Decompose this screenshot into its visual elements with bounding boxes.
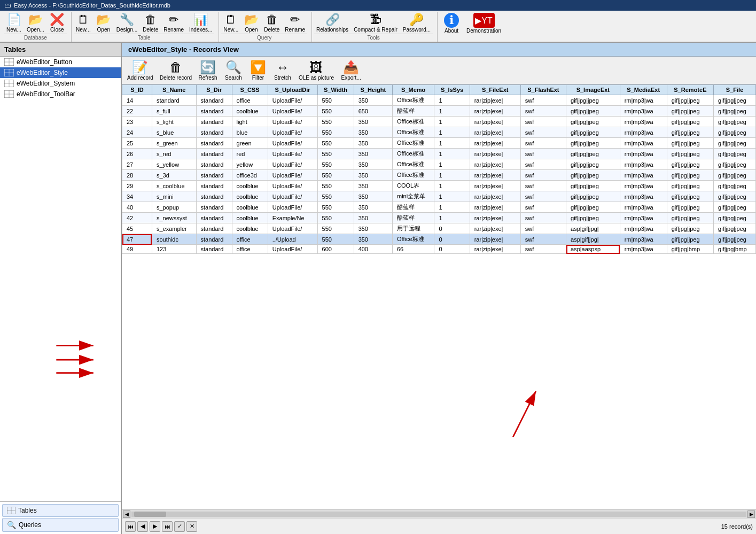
btn-qry-new[interactable]: 🗒 New... xyxy=(221,12,240,34)
cell-s_mediaext[interactable]: rm|mp3|wa xyxy=(620,127,667,138)
cell-s_flashext[interactable]: swf xyxy=(520,191,566,202)
cell-s_width[interactable]: 550 xyxy=(317,202,354,213)
cell-s_name[interactable]: s_mini xyxy=(152,191,196,202)
cell-s_name[interactable]: s_popup xyxy=(152,202,196,213)
cell-s_css[interactable]: red xyxy=(232,149,268,159)
cell-s_flashext[interactable]: swf xyxy=(520,138,566,149)
cell-s_width[interactable]: 550 xyxy=(317,223,354,234)
cell-s-file[interactable]: gif|jpg|jpeg xyxy=(714,181,756,191)
cell-s_memo[interactable]: 用于远程 xyxy=(392,223,434,234)
cell-s_height[interactable]: 400 xyxy=(354,245,392,254)
cell-s_name[interactable]: s_light xyxy=(152,117,196,127)
cell-s-file[interactable]: gif|jpg|jpeg xyxy=(714,223,756,234)
cell-s_issys[interactable]: 1 xyxy=(434,191,470,202)
sidebar-item-ewebeditor-style[interactable]: eWebEditor_Style xyxy=(0,67,121,78)
cell-s_issys[interactable]: 1 xyxy=(434,106,470,117)
cell-s_name[interactable]: standard xyxy=(152,95,196,106)
cell-s_flashext[interactable]: swf xyxy=(520,127,566,138)
cell-s_remotee[interactable]: gif|jpg|jpeg xyxy=(667,117,713,127)
cell-s_uploaddir[interactable]: UploadFile/ xyxy=(268,159,317,170)
cell-s_imageext[interactable]: gif|jpg|jpeg xyxy=(566,191,620,202)
cell-s_name[interactable]: 123 xyxy=(152,245,196,254)
cell-s_memo[interactable]: Office标准 xyxy=(392,127,434,138)
cell-s_flashext[interactable]: swf xyxy=(520,181,566,191)
cell-s_flashext[interactable]: swf xyxy=(520,159,566,170)
table-row[interactable]: 34s_ministandardcoolblueUploadFile/55035… xyxy=(122,191,756,202)
cell-s-file[interactable]: gif|jpg|bmp xyxy=(714,245,756,254)
cell-s_css[interactable]: light xyxy=(232,117,268,127)
cell-s_uploaddir[interactable]: UploadFile/ xyxy=(268,149,317,159)
btn-db-close[interactable]: ❌ Close xyxy=(48,12,67,34)
cell-s_width[interactable]: 550 xyxy=(317,149,354,159)
cell-s_dir[interactable]: standard xyxy=(196,117,232,127)
cell-s_name[interactable]: southidc xyxy=(152,234,196,245)
cell-s_dir[interactable]: standard xyxy=(196,245,232,254)
cell-s-file[interactable]: gif|jpg|jpeg xyxy=(714,170,756,181)
btn-refresh[interactable]: 🔄 Refresh xyxy=(196,59,220,82)
cell-s_mediaext[interactable]: rm|mp3|wa xyxy=(620,234,667,245)
cell-s-file[interactable]: gif|jpg|jpeg xyxy=(714,191,756,202)
cell-s_issys[interactable]: 1 xyxy=(434,170,470,181)
cell-s_imageext[interactable]: gif|jpg|jpeg xyxy=(566,181,620,191)
cell-s_mediaext[interactable]: rm|mp3|wa xyxy=(620,223,667,234)
sidebar-item-ewebeditor-toolbar[interactable]: eWebEditor_ToolBar xyxy=(0,89,121,99)
cell-s_imageext[interactable]: gif|jpg|jpeg xyxy=(566,95,620,106)
btn-qry-rename[interactable]: ✏ Rename xyxy=(283,12,307,34)
cell-s_flashext[interactable]: swf xyxy=(520,245,566,254)
cell-s_fileext[interactable]: rar|zip|exe| xyxy=(470,213,520,223)
cell-s_uploaddir[interactable]: UploadFile/ xyxy=(268,106,317,117)
cell-s_css[interactable]: coolblue xyxy=(232,191,268,202)
cell-s_fileext[interactable]: rar|zip|exe| xyxy=(470,202,520,213)
cell-s_id[interactable]: 29 xyxy=(122,181,152,191)
cell-s_imageext[interactable]: gif|jpg|jpeg xyxy=(566,170,620,181)
sidebar-item-ewebeditor-button[interactable]: eWebEditor_Button xyxy=(0,57,121,67)
cell-s_dir[interactable]: standard xyxy=(196,159,232,170)
cell-s_id[interactable]: 34 xyxy=(122,191,152,202)
cell-s_name[interactable]: s_yellow xyxy=(152,159,196,170)
btn-about[interactable]: ℹ About xyxy=(440,12,463,35)
cell-s_fileext[interactable]: rar|zip|exe| xyxy=(470,234,520,245)
cell-s_uploaddir[interactable]: UploadFile/ xyxy=(268,117,317,127)
cell-s_width[interactable]: 550 xyxy=(317,138,354,149)
cell-s_uploaddir[interactable]: UploadFile/ xyxy=(268,245,317,254)
cell-s_id[interactable]: 40 xyxy=(122,202,152,213)
cell-s_imageext[interactable]: asp|gif|jpg| xyxy=(566,234,620,245)
cell-s_memo[interactable]: 66 xyxy=(392,245,434,254)
cell-s_dir[interactable]: standard xyxy=(196,191,232,202)
cell-s_dir[interactable]: standard xyxy=(196,138,232,149)
cell-s_css[interactable]: coolblue xyxy=(232,202,268,213)
cell-s_height[interactable]: 350 xyxy=(354,223,392,234)
table-row[interactable]: 29s_coolbluestandardcoolblueUploadFile/5… xyxy=(122,181,756,191)
cell-s_dir[interactable]: standard xyxy=(196,149,232,159)
cell-s_uploaddir[interactable]: UploadFile/ xyxy=(268,170,317,181)
cell-s_width[interactable]: 550 xyxy=(317,95,354,106)
cell-s_uploaddir[interactable]: UploadFile/ xyxy=(268,223,317,234)
cell-s_uploaddir[interactable]: UploadFile/ xyxy=(268,202,317,213)
cell-s_width[interactable]: 550 xyxy=(317,191,354,202)
cell-s_imageext[interactable]: gif|jpg|jpeg xyxy=(566,149,620,159)
cell-s_remotee[interactable]: gif|jpg|jpeg xyxy=(667,213,713,223)
cell-s_fileext[interactable]: rar|zip|exe| xyxy=(470,245,520,254)
cell-s_remotee[interactable]: gif|jpg|jpeg xyxy=(667,127,713,138)
scroll-thumb[interactable] xyxy=(134,512,166,517)
btn-stretch[interactable]: ↔ Stretch xyxy=(271,59,294,82)
scroll-left-btn[interactable]: ◀ xyxy=(123,510,130,518)
cell-s_imageext[interactable]: gif|jpg|jpeg xyxy=(566,127,620,138)
cell-s_id[interactable]: 45 xyxy=(122,223,152,234)
table-container[interactable]: S_ID S_Name S_Dir S_CSS S_UploadDir S_Wi… xyxy=(122,84,756,509)
cell-s_id[interactable]: 49 xyxy=(122,245,152,254)
btn-qry-delete[interactable]: 🗑 Delete xyxy=(262,12,282,34)
cell-s_mediaext[interactable]: rm|mp3|wa xyxy=(620,95,667,106)
btn-tbl-new[interactable]: 🗒 New... xyxy=(74,12,93,34)
cell-s_uploaddir[interactable]: UploadFile/ xyxy=(268,127,317,138)
cell-s_mediaext[interactable]: rm|mp3|wa xyxy=(620,149,667,159)
cell-s_width[interactable]: 550 xyxy=(317,181,354,191)
table-row[interactable]: 28s_3dstandardoffice3dUploadFile/550350O… xyxy=(122,170,756,181)
cell-s_css[interactable]: coolblue xyxy=(232,181,268,191)
cell-s_id[interactable]: 26 xyxy=(122,149,152,159)
cell-s_id[interactable]: 25 xyxy=(122,138,152,149)
cell-s_remotee[interactable]: gif|jpg|jpeg xyxy=(667,191,713,202)
cell-s_memo[interactable]: 酷蓝样 xyxy=(392,106,434,117)
cell-s-file[interactable]: gif|jpg|jpeg xyxy=(714,202,756,213)
cell-s_flashext[interactable]: swf xyxy=(520,202,566,213)
